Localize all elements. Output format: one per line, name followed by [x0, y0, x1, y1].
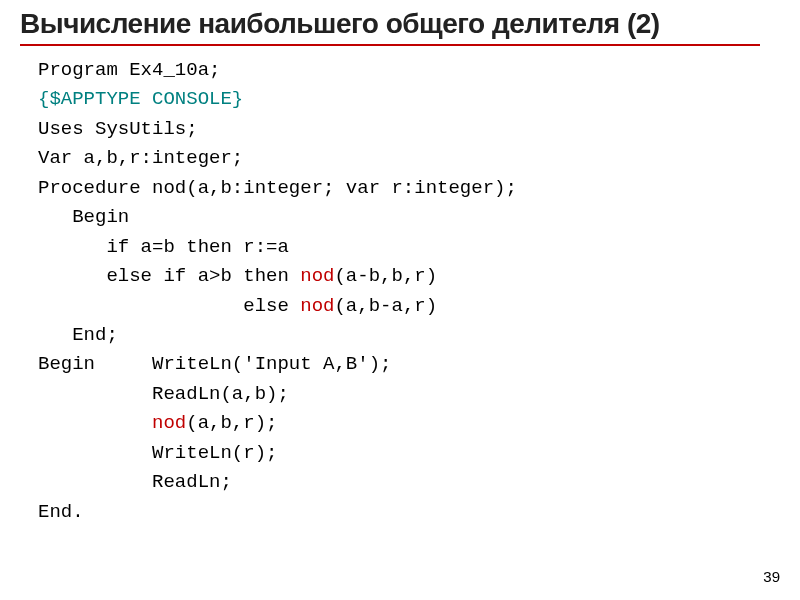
- code-line-5: Procedure nod(a,b:integer; var r:integer…: [38, 177, 517, 199]
- code-line-6: Begin: [38, 206, 129, 228]
- code-line-10: End;: [38, 324, 118, 346]
- code-line-2: {$APPTYPE CONSOLE}: [38, 88, 243, 110]
- code-line-16: End.: [38, 501, 84, 523]
- code-line-1: Program Ex4_10a;: [38, 59, 220, 81]
- code-line-8b: nod: [300, 265, 334, 287]
- code-block: Program Ex4_10a; {$APPTYPE CONSOLE} Uses…: [0, 56, 800, 527]
- code-line-12: ReadLn(a,b);: [38, 383, 289, 405]
- code-line-9b: nod: [300, 295, 334, 317]
- title-underline: [20, 44, 760, 46]
- code-line-11: Begin WriteLn('Input A,B');: [38, 353, 391, 375]
- code-line-4: Var a,b,r:integer;: [38, 147, 243, 169]
- code-line-7: if a=b then r:=a: [38, 236, 289, 258]
- slide: Вычисление наибольшего общего делителя (…: [0, 0, 800, 600]
- code-line-3: Uses SysUtils;: [38, 118, 198, 140]
- code-line-13a: [38, 412, 152, 434]
- code-line-8c: (a-b,b,r): [334, 265, 437, 287]
- code-line-15: ReadLn;: [38, 471, 232, 493]
- code-line-13c: (a,b,r);: [186, 412, 277, 434]
- page-number: 39: [763, 568, 780, 585]
- code-line-8a: else if a>b then: [38, 265, 300, 287]
- slide-title: Вычисление наибольшего общего делителя (…: [0, 0, 800, 44]
- code-line-14: WriteLn(r);: [38, 442, 277, 464]
- code-line-9a: else: [38, 295, 300, 317]
- code-line-9c: (a,b-a,r): [334, 295, 437, 317]
- code-line-13b: nod: [152, 412, 186, 434]
